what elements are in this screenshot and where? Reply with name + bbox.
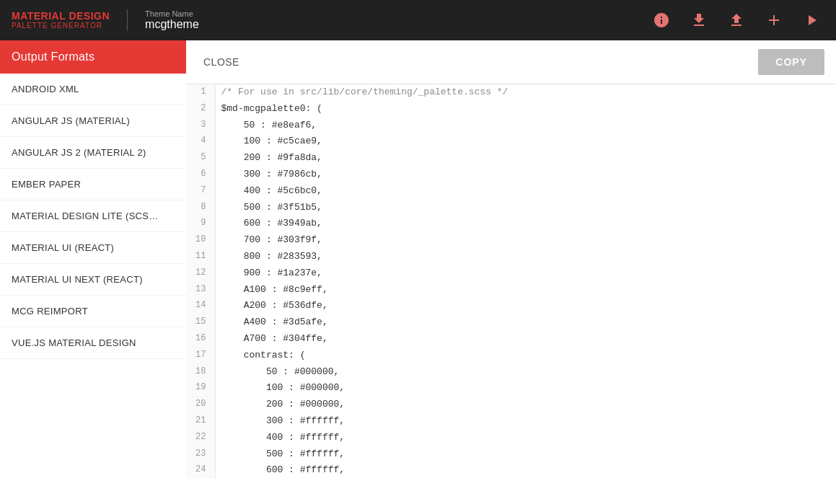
sidebar: Output Formats ANDROID XML ANGULAR JS (M… (0, 40, 186, 504)
table-row: 6 300 : #7986cb, (186, 167, 836, 183)
line-code: 100 : #c5cae9, (215, 133, 836, 150)
table-row: 24 600 : #ffffff, (186, 462, 836, 479)
table-row: 8 500 : #3f51b5, (186, 200, 836, 216)
line-number: 9 (186, 216, 215, 232)
line-number: 24 (186, 462, 215, 479)
line-number: 3 (186, 118, 215, 134)
table-row: 4 100 : #c5cae9, (186, 133, 836, 150)
line-number: 8 (186, 200, 215, 216)
line-code: A700 : #304ffe, (215, 331, 836, 348)
play-icon[interactable] (798, 7, 824, 33)
logo-top: MATERIAL DESIGN (12, 11, 110, 22)
line-code: 100 : #000000, (215, 380, 836, 397)
line-number: 7 (186, 183, 215, 200)
code-container[interactable]: 1/* For use in src/lib/core/theming/_pal… (186, 84, 836, 504)
line-number: 16 (186, 331, 215, 348)
line-code: 800 : #283593, (215, 249, 836, 265)
line-code: 200 : #000000, (215, 397, 836, 413)
table-row: 21 300 : #ffffff, (186, 413, 836, 430)
line-number: 2 (186, 101, 215, 118)
table-row: 7 400 : #5c6bc0, (186, 183, 836, 200)
sidebar-item-ember[interactable]: EMBER PAPER (0, 169, 186, 200)
line-code: 600 : #ffffff, (215, 462, 836, 479)
logo-bottom: PALETTE GENERATOR (12, 22, 110, 30)
line-code: 200 : #9fa8da, (215, 150, 836, 167)
line-number: 20 (186, 397, 215, 413)
sidebar-header: Output Formats (0, 40, 186, 74)
line-code: 700 : #303f9f, (215, 232, 836, 249)
table-row: 5 200 : #9fa8da, (186, 150, 836, 167)
line-code: 300 : #ffffff, (215, 413, 836, 430)
line-code: 50 : #e8eaf6, (215, 118, 836, 134)
line-code: 600 : #3949ab, (215, 216, 836, 232)
line-code: 900 : #1a237e, (215, 265, 836, 282)
table-row: 13 A100 : #8c9eff, (186, 282, 836, 299)
line-number: 18 (186, 364, 215, 381)
close-button[interactable]: CLOSE (198, 53, 245, 71)
line-number: 22 (186, 430, 215, 446)
theme-label: Theme Name (145, 9, 199, 18)
header: MATERIAL DESIGN PALETTE GENERATOR Theme … (0, 0, 836, 40)
theme-section: Theme Name mcgtheme (145, 9, 199, 31)
table-row: 10 700 : #303f9f, (186, 232, 836, 249)
table-row: 3 50 : #e8eaf6, (186, 118, 836, 134)
line-code: 500 : #3f51b5, (215, 200, 836, 216)
line-code: 400 : #5c6bc0, (215, 183, 836, 200)
line-number: 11 (186, 249, 215, 265)
code-table: 1/* For use in src/lib/core/theming/_pal… (186, 84, 836, 479)
action-bar: CLOSE COPY (186, 40, 836, 84)
line-number: 12 (186, 265, 215, 282)
line-number: 10 (186, 232, 215, 249)
table-row: 18 50 : #000000, (186, 364, 836, 381)
table-row: 11 800 : #283593, (186, 249, 836, 265)
line-number: 15 (186, 314, 215, 331)
line-number: 17 (186, 348, 215, 364)
sidebar-item-angularjs[interactable]: ANGULAR JS (MATERIAL) (0, 105, 186, 137)
line-number: 19 (186, 380, 215, 397)
table-row: 16 A700 : #304ffe, (186, 331, 836, 348)
line-code: 400 : #ffffff, (215, 430, 836, 446)
upload-icon[interactable] (723, 7, 749, 33)
line-code: contrast: ( (215, 348, 836, 364)
sidebar-item-mcg-reimport[interactable]: MCG REIMPORT (0, 296, 186, 327)
header-icons (648, 7, 824, 33)
line-number: 21 (186, 413, 215, 430)
line-code: A400 : #3d5afe, (215, 314, 836, 331)
sidebar-item-material-lite[interactable]: MATERIAL DESIGN LITE (SCS… (0, 200, 186, 232)
table-row: 15 A400 : #3d5afe, (186, 314, 836, 331)
sidebar-item-angularjs2[interactable]: ANGULAR JS 2 (MATERIAL 2) (0, 137, 186, 169)
sidebar-item-android-xml[interactable]: ANDROID XML (0, 74, 186, 105)
table-row: 20 200 : #000000, (186, 397, 836, 413)
line-code: 50 : #000000, (215, 364, 836, 381)
table-row: 12 900 : #1a237e, (186, 265, 836, 282)
header-divider (127, 9, 128, 31)
sidebar-item-material-ui-next[interactable]: MATERIAL UI NEXT (REACT) (0, 264, 186, 296)
table-row: 22 400 : #ffffff, (186, 430, 836, 446)
theme-name: mcgtheme (145, 18, 199, 31)
line-number: 6 (186, 167, 215, 183)
line-number: 4 (186, 133, 215, 150)
line-code: A100 : #8c9eff, (215, 282, 836, 299)
line-code: 500 : #ffffff, (215, 446, 836, 463)
table-row: 1/* For use in src/lib/core/theming/_pal… (186, 84, 836, 101)
line-number: 14 (186, 298, 215, 314)
line-code: 300 : #7986cb, (215, 167, 836, 183)
copy-button[interactable]: COPY (758, 49, 824, 75)
line-number: 5 (186, 150, 215, 167)
table-row: 17 contrast: ( (186, 348, 836, 364)
sidebar-item-material-ui[interactable]: MATERIAL UI (REACT) (0, 232, 186, 264)
info-icon[interactable] (648, 7, 674, 33)
table-row: 9 600 : #3949ab, (186, 216, 836, 232)
download-icon[interactable] (686, 7, 712, 33)
line-number: 23 (186, 446, 215, 463)
line-number: 13 (186, 282, 215, 299)
content-area: CLOSE COPY 1/* For use in src/lib/core/t… (186, 40, 836, 504)
table-row: 23 500 : #ffffff, (186, 446, 836, 463)
table-row: 19 100 : #000000, (186, 380, 836, 397)
main-layout: Output Formats ANDROID XML ANGULAR JS (M… (0, 40, 836, 504)
table-row: 14 A200 : #536dfe, (186, 298, 836, 314)
sidebar-item-vuejs[interactable]: VUE.JS MATERIAL DESIGN (0, 327, 186, 359)
table-row: 2$md-mcgpalette0: ( (186, 101, 836, 118)
line-code: A200 : #536dfe, (215, 298, 836, 314)
add-icon[interactable] (761, 7, 787, 33)
